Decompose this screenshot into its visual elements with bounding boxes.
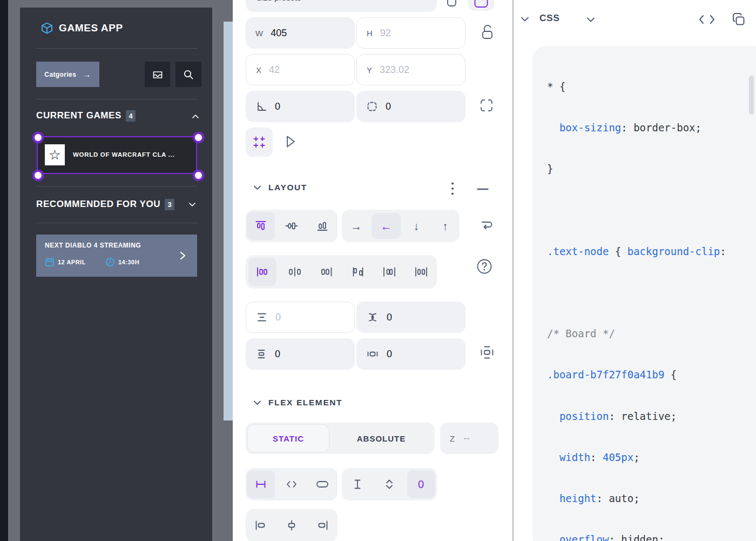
arrow-right-icon: → [350,221,362,232]
width-fit-button[interactable] [278,470,306,498]
self-align-center-button[interactable] [278,511,306,539]
portrait-icon[interactable] [446,0,458,9]
event-time: 14:30H [118,259,139,265]
justify-space-evenly-button[interactable] [408,258,434,286]
constraints-button[interactable] [246,128,273,157]
code-icon[interactable] [698,14,716,25]
justify-center-button[interactable] [282,258,308,286]
align-items-end-button[interactable] [308,212,336,240]
chevron-down-icon[interactable] [586,17,595,23]
categories-button[interactable]: Catgories → [36,62,99,87]
justify-space-around-button[interactable] [376,258,402,286]
height-field[interactable]: H 92 [356,17,465,49]
direction-row-reverse-button[interactable]: ← [372,213,401,239]
selection-handle-bottom-left[interactable] [33,170,43,181]
search-button[interactable] [176,62,201,87]
landscape-orientation-button[interactable] [468,0,494,11]
constraints-icon [252,135,266,149]
align-start-icon [254,219,267,232]
event-card[interactable]: NEXT DIABLO 4 STREAMING 12 APRIL 14:30H [36,235,197,277]
copy-icon[interactable] [732,12,746,26]
absolute-label: ABSOLUTE [357,434,406,443]
align-end-icon [316,219,329,232]
code-line: .board-b7f27f0a41b9 { [547,366,726,383]
code-line [547,202,726,219]
direction-row-button[interactable]: → [343,212,370,240]
corner-radius-field[interactable]: 0 [356,91,465,122]
direction-column-reverse-button[interactable]: ↑ [431,212,458,240]
horizontal-padding-field[interactable]: 0 [356,338,465,370]
clock-icon [105,257,115,267]
row-gap-placeholder: 0 [275,312,281,323]
flex-direction-group: → ← ↓ ↑ [342,210,460,242]
static-label: STATIC [273,434,304,443]
align-items-group [246,210,338,242]
selection-handle-bottom-right[interactable] [193,170,204,181]
app-title: GAMES APP [59,22,123,34]
code-editor[interactable]: * { box-sizing: border-box; } .text-node… [532,46,756,541]
play-icon[interactable] [284,134,298,149]
lock-open-icon[interactable] [480,24,495,41]
justify-end-button[interactable] [314,258,340,286]
fill-container-icon [315,478,329,491]
x-placeholder: 42 [269,64,280,76]
arrow-left-icon: ← [381,221,392,232]
height-fixed-button[interactable] [343,470,372,498]
direction-column-button[interactable]: ↓ [403,212,430,240]
event-title: NEXT DIABLO 4 STREAMING [45,242,141,249]
selected-game-item[interactable]: ☆ WORLD OF WARCRAFT CLA ... [37,136,197,174]
independent-corners-icon[interactable] [478,97,495,113]
align-items-center-button[interactable] [278,212,306,240]
height-zero-button[interactable]: 0 [407,470,435,498]
flex-wrap-icon[interactable] [480,217,494,231]
size-presets-label: Size presets [256,0,301,2]
size-presets-select[interactable]: Size presets [246,0,437,12]
width-fill-button[interactable] [308,470,336,498]
width-value: 405 [271,28,287,39]
width-fixed-button[interactable] [247,470,275,498]
chevron-right-icon[interactable] [179,251,186,260]
code-scrollbar-thumb[interactable] [749,76,754,115]
help-icon[interactable] [476,258,492,275]
justify-space-between-button[interactable] [345,258,371,286]
vertical-padding-value: 0 [275,349,280,360]
canvas-workspace[interactable]: GAMES APP Catgories → CURR [8,0,233,541]
fixed-width-icon [254,478,267,491]
z-index-label: Z [450,434,455,443]
y-position-field[interactable]: Y 323.02 [356,54,465,85]
self-align-left-button[interactable] [247,511,275,539]
vertical-padding-field[interactable]: 0 [246,338,355,370]
code-line: * { [547,78,726,95]
align-items-start-button[interactable] [247,212,275,240]
chevron-down-icon[interactable] [253,185,261,191]
games-app-preview[interactable]: GAMES APP Catgories → CURR [20,8,212,541]
inbox-button[interactable] [145,62,170,87]
z-index-field[interactable]: Z -- [440,423,498,454]
height-hug-button[interactable] [375,470,403,498]
independent-padding-icon[interactable] [480,345,495,360]
row-gap-field[interactable]: 0 [246,302,355,333]
arrow-up-icon: ↑ [442,221,448,232]
collapse-section-icon[interactable] [477,188,489,190]
selection-handle-top-left[interactable] [33,132,43,143]
self-align-right-button[interactable] [308,511,336,539]
column-gap-value: 0 [387,312,392,323]
x-position-field[interactable]: X 42 [246,54,355,85]
horizontal-padding-icon [366,348,379,360]
chevron-down-icon[interactable] [521,16,529,22]
justify-start-button[interactable] [248,258,276,286]
width-field[interactable]: W 405 [246,17,355,49]
kebab-menu-icon[interactable] [451,182,454,196]
z-index-value: -- [463,433,470,444]
rotation-field[interactable]: 0 [246,91,355,122]
selection-handle-top-right[interactable] [193,132,204,143]
column-gap-field[interactable]: 0 [356,302,465,333]
tab-static[interactable]: STATIC [247,424,329,452]
tab-absolute[interactable]: ABSOLUTE [329,423,433,454]
divider [36,48,197,49]
x-label: X [256,65,261,75]
chevron-up-icon[interactable] [192,113,199,119]
code-line: .text-node { background-clip: [547,243,726,260]
chevron-down-icon[interactable] [188,202,196,208]
chevron-down-icon[interactable] [253,400,261,406]
